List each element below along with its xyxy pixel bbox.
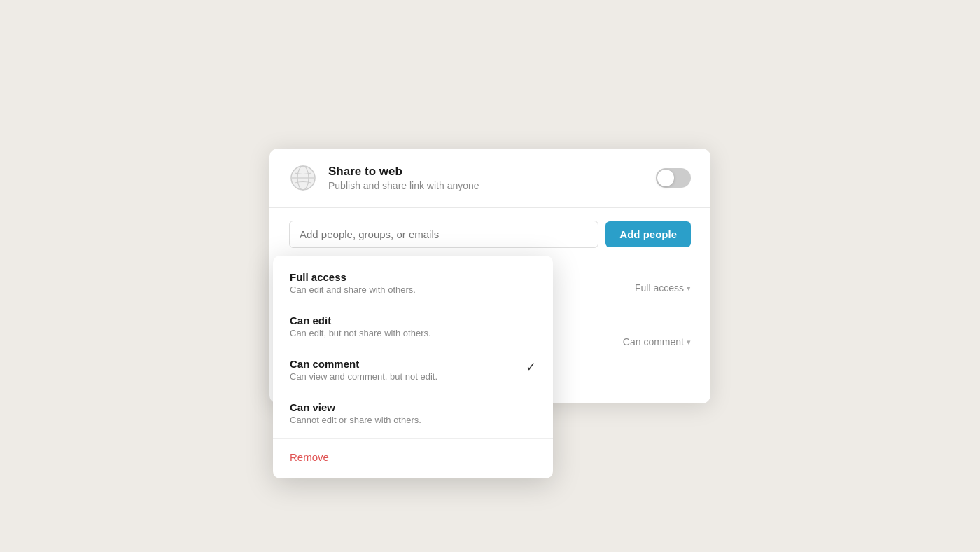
permission-remove[interactable]: Remove: [273, 441, 553, 473]
acme-access-label: Full access: [635, 282, 684, 294]
share-web-title: Share to web: [328, 165, 645, 179]
remove-label: Remove: [290, 451, 536, 463]
share-web-subtitle: Publish and share link with anyone: [328, 180, 645, 191]
permission-dropdown: Full access Can edit and share with othe…: [273, 256, 553, 478]
dropdown-item-content: Can comment Can view and comment, but no…: [290, 358, 526, 382]
can-comment-desc: Can view and comment, but not edit.: [290, 371, 526, 382]
can-edit-desc: Can edit, but not share with others.: [290, 328, 536, 338]
can-view-label: Can view: [290, 401, 536, 413]
toggle-knob: [657, 170, 674, 186]
permission-full-access[interactable]: Full access Can edit and share with othe…: [273, 261, 553, 305]
share-web-text: Share to web Publish and share link with…: [328, 165, 645, 191]
ada-access-label: Can comment: [623, 336, 684, 347]
globe-icon: [289, 164, 317, 192]
full-access-desc: Can edit and share with others.: [290, 284, 536, 295]
dropdown-item-content: Can view Cannot edit or share with other…: [290, 401, 536, 425]
dropdown-item-content: Remove: [290, 451, 536, 463]
share-to-web-toggle[interactable]: [656, 168, 691, 188]
can-edit-label: Can edit: [290, 315, 536, 326]
share-to-web-section: Share to web Publish and share link with…: [270, 149, 710, 208]
check-icon: ✓: [526, 359, 536, 375]
acme-access-dropdown[interactable]: Full access ▾: [635, 282, 691, 294]
can-view-desc: Cannot edit or share with others.: [290, 415, 536, 425]
ada-access-dropdown[interactable]: Can comment ▾: [623, 336, 691, 347]
add-people-input[interactable]: [289, 221, 598, 248]
permission-can-edit[interactable]: Can edit Can edit, but not share with ot…: [273, 305, 553, 348]
add-people-button[interactable]: Add people: [606, 221, 691, 247]
dropdown-divider: [273, 438, 553, 439]
chevron-down-icon: ▾: [687, 338, 691, 347]
permission-can-view[interactable]: Can view Cannot edit or share with other…: [273, 392, 553, 435]
can-comment-label: Can comment: [290, 358, 526, 370]
dropdown-item-content: Full access Can edit and share with othe…: [290, 271, 536, 295]
full-access-label: Full access: [290, 271, 536, 283]
add-people-row: Add people: [270, 208, 710, 261]
permission-can-comment[interactable]: Can comment Can view and comment, but no…: [273, 348, 553, 392]
dropdown-item-content: Can edit Can edit, but not share with ot…: [290, 315, 536, 338]
chevron-down-icon: ▾: [687, 284, 691, 293]
